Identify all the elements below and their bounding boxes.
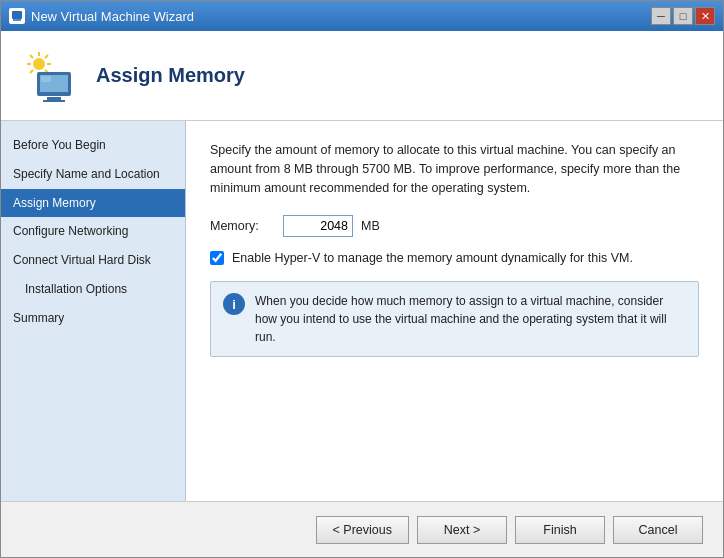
- svg-line-9: [45, 55, 48, 58]
- checkbox-label[interactable]: Enable Hyper-V to manage the memory amou…: [232, 251, 633, 265]
- svg-point-2: [33, 58, 45, 70]
- sidebar-item-before-you-begin[interactable]: Before You Begin: [1, 131, 185, 160]
- svg-line-10: [30, 70, 33, 73]
- svg-rect-14: [43, 100, 65, 102]
- title-bar-buttons: ─ □ ✕: [651, 7, 715, 25]
- sidebar-item-configure-networking[interactable]: Configure Networking: [1, 217, 185, 246]
- info-icon: i: [223, 293, 245, 315]
- svg-rect-0: [12, 11, 22, 19]
- window-icon: [9, 8, 25, 24]
- svg-rect-15: [41, 76, 51, 82]
- dynamic-memory-checkbox[interactable]: [210, 251, 224, 265]
- memory-row: Memory: MB: [210, 215, 699, 237]
- window-title: New Virtual Machine Wizard: [31, 9, 194, 24]
- next-button[interactable]: Next >: [417, 516, 507, 544]
- memory-label: Memory:: [210, 219, 275, 233]
- svg-rect-1: [13, 19, 21, 21]
- maximize-button[interactable]: □: [673, 7, 693, 25]
- title-bar: New Virtual Machine Wizard ─ □ ✕: [1, 1, 723, 31]
- header-area: Assign Memory: [1, 31, 723, 121]
- sidebar-item-assign-memory[interactable]: Assign Memory: [1, 189, 185, 218]
- minimize-button[interactable]: ─: [651, 7, 671, 25]
- description-text: Specify the amount of memory to allocate…: [210, 141, 699, 197]
- sidebar-item-installation-options[interactable]: Installation Options: [1, 275, 185, 304]
- close-button[interactable]: ✕: [695, 7, 715, 25]
- memory-unit: MB: [361, 219, 380, 233]
- svg-line-7: [30, 55, 33, 58]
- sidebar-item-summary[interactable]: Summary: [1, 304, 185, 333]
- main-window: New Virtual Machine Wizard ─ □ ✕: [0, 0, 724, 558]
- header-icon: [21, 46, 81, 106]
- previous-button[interactable]: < Previous: [316, 516, 409, 544]
- memory-input[interactable]: [283, 215, 353, 237]
- checkbox-row: Enable Hyper-V to manage the memory amou…: [210, 251, 699, 265]
- sidebar: Before You Begin Specify Name and Locati…: [1, 121, 186, 501]
- finish-button[interactable]: Finish: [515, 516, 605, 544]
- info-box: i When you decide how much memory to ass…: [210, 281, 699, 357]
- main-content-area: Specify the amount of memory to allocate…: [186, 121, 723, 501]
- sidebar-item-connect-vhd[interactable]: Connect Virtual Hard Disk: [1, 246, 185, 275]
- title-bar-left: New Virtual Machine Wizard: [9, 8, 194, 24]
- sidebar-item-specify-name[interactable]: Specify Name and Location: [1, 160, 185, 189]
- content-area: Before You Begin Specify Name and Locati…: [1, 121, 723, 501]
- page-title: Assign Memory: [96, 64, 245, 87]
- cancel-button[interactable]: Cancel: [613, 516, 703, 544]
- footer: < Previous Next > Finish Cancel: [1, 501, 723, 557]
- svg-rect-13: [47, 97, 61, 100]
- info-text: When you decide how much memory to assig…: [255, 292, 686, 346]
